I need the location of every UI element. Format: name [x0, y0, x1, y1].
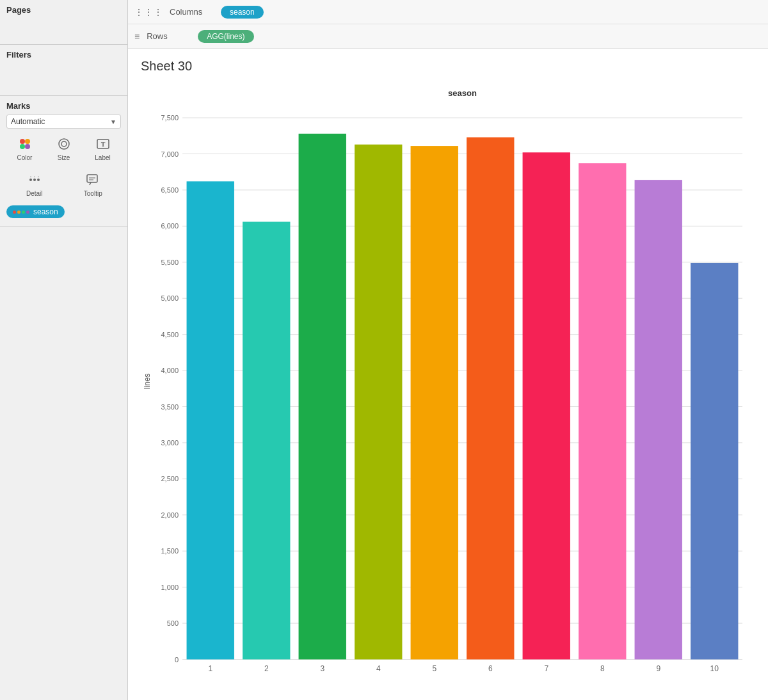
- dot-purple: [26, 211, 29, 214]
- detail-button[interactable]: Detail: [6, 170, 63, 200]
- svg-point-5: [61, 141, 67, 147]
- marks-icons-grid: Color Size T Label: [6, 134, 121, 164]
- label-button[interactable]: T Label: [84, 134, 121, 164]
- svg-text:4: 4: [376, 664, 381, 673]
- size-label: Size: [58, 154, 70, 161]
- tooltip-button[interactable]: Tooltip: [65, 170, 122, 200]
- color-button[interactable]: Color: [6, 134, 43, 164]
- columns-icon: ⋮⋮⋮: [134, 7, 163, 17]
- svg-text:6,500: 6,500: [161, 186, 179, 194]
- svg-rect-52: [243, 222, 290, 660]
- sheet-title: Sheet 30: [141, 59, 755, 74]
- svg-text:9: 9: [656, 664, 660, 673]
- dot-green: [22, 211, 25, 214]
- svg-text:3: 3: [320, 664, 324, 673]
- main-area: ⋮⋮⋮ Columns season ≡ Rows AGG(lines) She…: [128, 0, 768, 700]
- columns-shelf: ⋮⋮⋮ Columns season: [128, 0, 768, 24]
- svg-text:T: T: [100, 141, 105, 148]
- svg-rect-56: [355, 145, 402, 660]
- marks-section: Marks Automatic ▼ Color: [0, 96, 127, 227]
- svg-rect-60: [467, 138, 514, 660]
- svg-text:1,500: 1,500: [161, 547, 179, 555]
- svg-text:3,500: 3,500: [161, 403, 179, 411]
- svg-point-0: [20, 139, 25, 144]
- chevron-down-icon: ▼: [110, 118, 116, 125]
- svg-point-8: [29, 179, 32, 181]
- rows-icon: ≡: [134, 31, 140, 42]
- svg-rect-64: [579, 163, 626, 659]
- rows-pill[interactable]: AGG(lines): [198, 30, 253, 43]
- tooltip-label: Tooltip: [84, 190, 102, 197]
- bar-chart: 05001,0001,5002,0002,5003,0003,5004,0004…: [141, 80, 755, 689]
- left-panel: Pages Filters Marks Automatic ▼ Color: [0, 0, 128, 700]
- svg-rect-14: [87, 175, 97, 182]
- svg-text:2,500: 2,500: [161, 475, 179, 482]
- svg-rect-50: [187, 181, 234, 659]
- svg-point-9: [33, 179, 36, 181]
- svg-point-4: [59, 139, 69, 149]
- tooltip-icon: [86, 173, 100, 189]
- detail-icon: [28, 173, 42, 189]
- svg-text:3,000: 3,000: [161, 439, 179, 447]
- label-label: Label: [95, 154, 110, 161]
- color-icon: [18, 137, 32, 153]
- svg-text:5,500: 5,500: [161, 259, 179, 266]
- svg-text:2: 2: [264, 664, 269, 673]
- svg-text:6: 6: [488, 664, 493, 673]
- columns-label: Columns: [170, 7, 221, 17]
- svg-point-10: [37, 179, 40, 181]
- svg-text:0: 0: [175, 656, 179, 664]
- svg-text:6,000: 6,000: [161, 222, 179, 230]
- svg-text:2,000: 2,000: [161, 511, 179, 519]
- svg-point-2: [20, 144, 25, 149]
- svg-rect-54: [299, 134, 346, 660]
- dot-red: [13, 211, 16, 214]
- svg-text:10: 10: [710, 664, 719, 673]
- chart-container: Sheet 30 05001,0001,5002,0002,5003,0003,…: [128, 49, 768, 700]
- pages-section: Pages: [0, 0, 127, 45]
- svg-rect-68: [691, 263, 738, 660]
- svg-text:7,500: 7,500: [161, 114, 179, 122]
- svg-text:4,000: 4,000: [161, 367, 179, 374]
- svg-text:4,500: 4,500: [161, 331, 179, 338]
- svg-text:5: 5: [432, 664, 436, 673]
- marks-label: Marks: [6, 101, 121, 111]
- marks-type-dropdown[interactable]: Automatic ▼: [6, 115, 121, 129]
- dot-orange: [17, 211, 20, 214]
- filters-label: Filters: [6, 50, 121, 60]
- marks-type-label: Automatic: [11, 117, 45, 126]
- size-icon: [57, 137, 71, 153]
- pages-label: Pages: [6, 5, 121, 15]
- label-icon: T: [96, 137, 110, 153]
- season-pill[interactable]: season: [6, 205, 65, 218]
- svg-text:1,000: 1,000: [161, 584, 179, 591]
- color-label: Color: [17, 154, 33, 161]
- season-pill-dots: [13, 211, 29, 214]
- rows-shelf: ≡ Rows AGG(lines): [128, 24, 768, 49]
- detail-label: Detail: [26, 190, 43, 197]
- svg-text:lines: lines: [143, 374, 152, 390]
- svg-text:500: 500: [167, 619, 179, 627]
- marks-detail-row: Detail Tooltip: [6, 170, 121, 200]
- svg-text:8: 8: [600, 664, 605, 673]
- size-button[interactable]: Size: [45, 134, 82, 164]
- svg-text:1: 1: [208, 664, 212, 673]
- svg-rect-62: [523, 152, 570, 659]
- columns-pill[interactable]: season: [221, 6, 264, 19]
- filters-section: Filters: [0, 45, 127, 96]
- svg-text:7,000: 7,000: [161, 150, 179, 158]
- rows-label: Rows: [147, 31, 198, 41]
- svg-rect-58: [411, 146, 458, 659]
- svg-text:7: 7: [544, 664, 548, 673]
- svg-point-1: [25, 139, 30, 144]
- svg-rect-66: [635, 180, 682, 659]
- svg-text:season: season: [448, 88, 477, 98]
- season-pill-text: season: [33, 207, 58, 216]
- chart-wrapper: 05001,0001,5002,0002,5003,0003,5004,0004…: [141, 80, 755, 689]
- svg-text:5,000: 5,000: [161, 294, 179, 302]
- svg-point-3: [25, 144, 30, 149]
